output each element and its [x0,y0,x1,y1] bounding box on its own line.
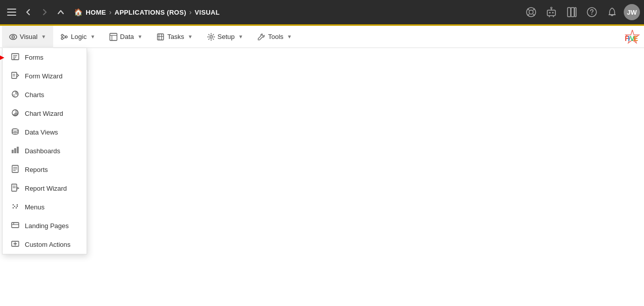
forward-button[interactable] [37,5,52,19]
dropdown-label-landing-pages: Landing Pages [25,222,69,230]
custom-actions-icon [11,240,20,249]
svg-point-46 [16,207,17,208]
report-wizard-icon [11,184,20,193]
top-bar-left: 🏠 HOME › APPLICATIONS (ROS) › VISUAL [4,5,522,19]
dropdown-label-menus: Menus [25,203,45,211]
nav-label-data: Data [120,33,134,40]
dropdown-label-report-wizard: Report Wizard [25,185,67,192]
nav-item-tools[interactable]: Tools ▼ [250,26,299,48]
data-icon [109,33,117,41]
svg-rect-35 [14,148,16,153]
dropdown-item-chart-wizard[interactable]: Chart Wizard [3,104,87,123]
form-wizard-icon [11,71,20,81]
docs-button[interactable] [563,4,580,21]
dropdown-label-reports: Reports [25,166,48,173]
svg-point-54 [61,34,63,36]
robot-button[interactable] [543,4,560,21]
dropdown-item-charts[interactable]: Charts [3,85,87,104]
tasks-icon [156,33,165,41]
data-chevron-icon: ▼ [138,34,143,39]
top-bar-right: JW [522,4,640,21]
svg-rect-36 [17,147,19,153]
svg-rect-18 [575,8,576,17]
dropdown-item-forms[interactable]: ▶ Forms [3,48,87,67]
breadcrumb-applications[interactable]: APPLICATIONS (ROS) [114,9,186,16]
svg-rect-50 [12,223,19,228]
nav-label-tasks: Tasks [167,33,184,40]
dropdown-item-form-wizard[interactable]: Form Wizard [3,67,87,85]
help-button[interactable] [583,4,600,21]
dropdown-item-report-wizard[interactable]: Report Wizard [3,179,87,198]
svg-rect-1 [7,12,16,13]
breadcrumb-home[interactable]: 🏠 HOME [74,8,106,16]
breadcrumb-sep-1: › [109,8,112,16]
svg-point-10 [549,12,551,14]
svg-rect-60 [157,34,164,40]
dropdown-item-custom-actions[interactable]: Custom Actions [3,235,87,254]
logic-icon [60,33,68,41]
svg-point-13 [551,7,552,9]
top-bar: 🏠 HOME › APPLICATIONS (ROS) › VISUAL [0,0,644,24]
chevron-down-icon: ▼ [41,34,46,39]
svg-point-55 [61,37,63,39]
logic-chevron-icon: ▼ [90,34,95,39]
dropdown-label-chart-wizard: Chart Wizard [25,110,63,117]
tools-icon [257,33,265,41]
svg-point-47 [17,204,18,205]
five-logo-icon: F I V E [625,30,640,44]
nav-label-tools: Tools [268,33,283,40]
svg-point-49 [13,207,14,208]
svg-rect-2 [7,15,16,16]
dashboards-icon [11,146,20,156]
chart-wizard-icon [11,109,20,118]
main-content [0,48,644,306]
back-button[interactable] [21,5,35,19]
svg-rect-16 [568,8,571,17]
svg-point-44 [13,204,14,205]
secondary-nav: Visual ▼ ▶ Forms [0,26,644,48]
svg-point-22 [10,34,17,39]
dropdown-label-dashboards: Dashboards [25,147,60,155]
svg-point-20 [591,14,592,15]
svg-text:E: E [633,34,638,42]
nav-item-setup[interactable]: Setup ▼ [200,26,251,48]
user-avatar[interactable]: JW [624,4,640,20]
dropdown-item-data-views[interactable]: Data Views [3,123,87,142]
breadcrumb-visual[interactable]: VISUAL [195,9,220,16]
setup-chevron-icon: ▼ [238,34,244,39]
svg-rect-34 [12,150,14,153]
nav-label-logic: Logic [71,33,87,40]
tools-chevron-icon: ▼ [287,34,292,39]
svg-rect-0 [7,9,16,10]
dropdown-item-dashboards[interactable]: Dashboards [3,142,87,160]
dropdown-label-charts: Charts [25,91,44,99]
dropdown-item-reports[interactable]: Reports [3,160,87,179]
svg-rect-9 [547,10,555,16]
svg-rect-57 [110,33,117,40]
nav-item-tasks[interactable]: Tasks ▼ [149,26,199,48]
support-button[interactable] [522,4,540,21]
svg-point-11 [552,12,554,14]
charts-icon [11,90,20,100]
notifications-button[interactable] [603,4,621,21]
landing-pages-icon [11,221,20,231]
svg-point-45 [14,205,15,206]
dropdown-item-menus[interactable]: Menus [3,198,87,216]
dropdown-label-form-wizard: Form Wizard [25,72,62,80]
hamburger-button[interactable] [4,6,19,19]
visual-dropdown: ▶ Forms [2,48,87,254]
nav-item-data[interactable]: Data ▼ [102,26,149,48]
forms-icon [11,53,20,62]
nav-item-logic[interactable]: Logic ▼ [53,26,102,48]
dropdown-label-forms: Forms [25,54,44,61]
breadcrumb-sep-2: › [189,8,192,16]
nav-label-visual: Visual [20,33,37,40]
dropdown-item-landing-pages[interactable]: Landing Pages [3,216,87,235]
svg-point-56 [65,36,67,38]
up-button[interactable] [54,5,68,19]
tasks-chevron-icon: ▼ [188,34,193,39]
home-icon: 🏠 [74,8,83,16]
nav-item-visual[interactable]: Visual ▼ ▶ Forms [2,26,53,48]
dropdown-label-data-views: Data Views [25,128,58,136]
svg-point-23 [12,35,15,38]
